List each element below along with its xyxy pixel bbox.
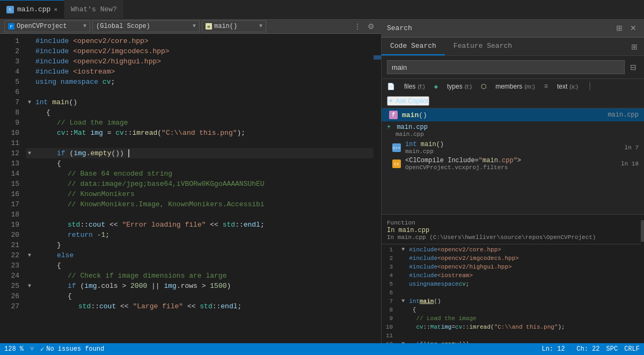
code-line-4: #include <iostream> [26, 67, 374, 77]
tab-main-cpp[interactable]: C main.cpp ✕ [0, 0, 64, 18]
mini-code-text: ▼#include <opencv2/core.hpp> #include <o… [397, 245, 565, 343]
mini-line-10: cv::Mat img = cv::imread("C:\\and this.p… [399, 323, 565, 331]
editor-toolbar: P OpenCVProject ▼ (Global Scope) ▼ m mai… [0, 19, 381, 34]
filter-files-shortcut: (f:) [418, 83, 425, 90]
project-chevron: ▼ [83, 23, 86, 29]
editor-scrollbar[interactable] [374, 34, 381, 343]
project-scope-select[interactable]: P OpenCVProject ▼ [4, 20, 90, 32]
tab-feature-search[interactable]: Feature Search [445, 38, 521, 55]
result-detail-content: int main() main.cpp [405, 141, 444, 155]
status-line[interactable]: Ln: 12 Ch: 22 [542, 345, 600, 353]
svg-text:m: m [208, 24, 210, 29]
search-panel: Search ⊞ ✕ Code Search Feature Search ⊞ … [381, 19, 644, 343]
search-input[interactable] [387, 60, 625, 74]
code-line-20: return -1; [26, 230, 374, 240]
type-icon: ◈ [434, 83, 438, 91]
function-scope-label: main() [214, 23, 237, 30]
panel-close-btn[interactable]: ✕ [628, 23, 639, 33]
code-preview-panel: Function In main.cpp In main.cpp (C:\Use… [382, 214, 644, 343]
tab-bar: C main.cpp ✕ What's New? [0, 0, 644, 19]
search-results[interactable]: f main() main.cpp + main.cpp main.cpp C+… [382, 108, 644, 214]
code-line-13: { [26, 158, 374, 169]
code-content: #include <opencv2/core.hpp> #include <op… [26, 34, 374, 343]
result-name-main: main() [402, 111, 427, 119]
mini-line-6 [399, 288, 565, 297]
code-line-18 [26, 209, 374, 220]
status-encoding[interactable]: SPC [606, 345, 618, 353]
search-settings-btn[interactable]: ⊞ [629, 41, 640, 52]
status-git[interactable]: ⑂ [30, 345, 34, 353]
result-item-main-fn[interactable]: f main() main.cpp [382, 108, 644, 121]
mini-line-7: ▼int main() [399, 297, 565, 306]
function-scope-select[interactable]: m main() ▼ [202, 20, 266, 32]
code-editor[interactable]: 12345 678910 1112131415 1617181920 21222… [0, 34, 381, 343]
code-line-9: // Load the image [26, 118, 374, 128]
preview-scrollbar[interactable] [641, 215, 644, 343]
tab-whats-new[interactable]: What's New? [64, 0, 124, 18]
result-detail-clcompile[interactable]: CI <ClCompile Include="main.cpp"> OpenCV… [382, 156, 644, 172]
global-scope-label: (Global Scope) [96, 23, 150, 30]
result-section-maincpp: + main.cpp main.cpp [382, 121, 644, 140]
filter-text-btn[interactable]: text (x:) [552, 81, 583, 92]
editor-toolbar-btn-2[interactable]: ⚙ [365, 21, 377, 32]
filter-files-btn[interactable]: files (f:) [399, 81, 430, 92]
filter-members-btn[interactable]: members (m:) [491, 81, 540, 92]
code-line-6 [26, 87, 374, 97]
fold-25[interactable]: ▼ [28, 281, 34, 291]
file-icon: 📄 [387, 83, 395, 91]
status-line-ending[interactable]: CRLF [624, 345, 640, 353]
panel-pin-btn[interactable]: ⊞ [614, 23, 625, 33]
fold-7[interactable]: ▼ [28, 97, 34, 107]
status-zoom[interactable]: 128 % [4, 345, 24, 353]
code-line-23: { [26, 260, 374, 271]
result-detail-sub-main: main.cpp [405, 148, 444, 155]
code-line-1: #include <opencv2/core.hpp> [26, 36, 374, 46]
preview-fn-name: In main.cpp [387, 227, 429, 234]
preview-header: Function In main.cpp In main.cpp (C:\Use… [382, 217, 644, 244]
tab-close-main-cpp[interactable]: ✕ [54, 6, 57, 13]
code-line-14: // Base 64 encoded string [26, 169, 374, 179]
mini-line-3: #include <opencv2/highgui.hpp> [399, 263, 565, 271]
editor-area: P OpenCVProject ▼ (Global Scope) ▼ m mai… [0, 19, 381, 343]
filter-types-shortcut: (t:) [465, 83, 472, 90]
preview-type: Function [387, 220, 415, 226]
result-line-ci: ln 18 [621, 161, 639, 167]
code-line-26: { [26, 291, 374, 301]
svg-text:P: P [10, 24, 13, 29]
status-issues[interactable]: ✓ No issues found [40, 345, 104, 353]
main-content: P OpenCVProject ▼ (Global Scope) ▼ m mai… [0, 19, 644, 343]
text-icon: ≡ [544, 83, 548, 90]
search-panel-header: Search ⊞ ✕ [382, 19, 644, 38]
member-icon: ⬡ [481, 83, 486, 91]
fold-22[interactable]: ▼ [28, 250, 34, 260]
mini-line-numbers: 12345 678910 1112 [382, 245, 397, 343]
filter-members-shortcut: (m:) [524, 83, 535, 90]
check-icon: ✓ [40, 345, 44, 353]
mini-line-1: ▼#include <opencv2/core.hpp> [399, 245, 565, 254]
global-scope-select[interactable]: (Global Scope) ▼ [92, 20, 200, 32]
editor-toolbar-btn-1[interactable]: ⋮ [352, 21, 363, 32]
fold-12[interactable]: ▼ [28, 148, 34, 158]
ask-copilot-btn[interactable]: ✦ Ask Copilot [387, 96, 429, 106]
search-view-toggle-btn[interactable]: ⊟ [628, 62, 639, 73]
code-line-25: ▼ if (img.cols > 2000 || img.rows > 1500… [26, 281, 374, 291]
panel-icons: ⊞ ✕ [614, 23, 639, 33]
preview-path: In main.cpp (C:\Users\hwelliver\source\r… [387, 234, 639, 241]
mini-line-12: ▼ if (img.empty()) [399, 340, 565, 343]
code-line-27: std::cout << "Large file" << std::endl; [26, 301, 374, 311]
function-icon: f [389, 111, 398, 119]
function-scope-icon: m [206, 23, 212, 30]
encoding-label: SPC [606, 345, 618, 353]
result-detail-clcompile-content: <ClCompile Include="main.cpp"> OpenCVPro… [405, 157, 521, 171]
tab-code-search[interactable]: Code Search [382, 38, 445, 55]
code-line-19: std::cout << "Error loading file" << std… [26, 220, 374, 230]
result-detail-int-main[interactable]: C++ int main() main.cpp ln 7 [382, 140, 644, 156]
code-line-5: using namespace cv; [26, 77, 374, 87]
mini-line-9: // Load the image [399, 314, 565, 323]
search-input-area: ⊟ [382, 56, 644, 79]
filter-types-btn[interactable]: types (t:) [442, 81, 477, 92]
ask-copilot-label: Ask Copilot [396, 97, 428, 105]
cpp-icon: C++ [392, 143, 401, 152]
code-line-21: } [26, 240, 374, 250]
code-line-10: cv::Mat img = cv::imread("C:\\and this.p… [26, 128, 374, 138]
